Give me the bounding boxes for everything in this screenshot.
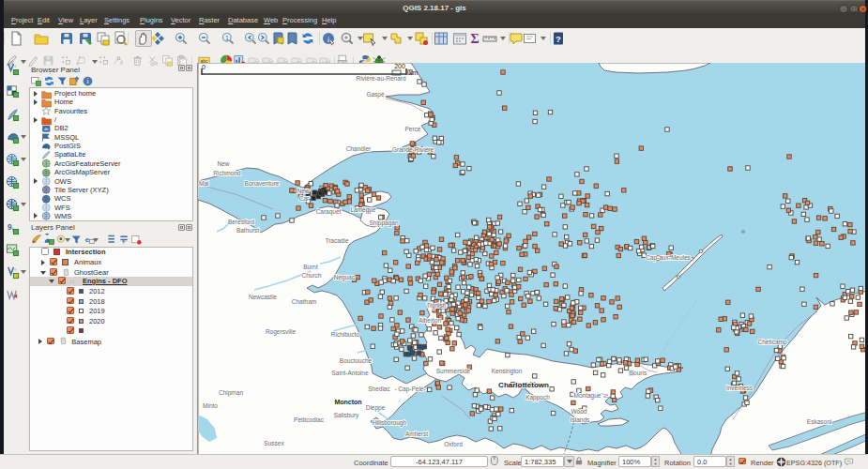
svg-text:Hillsborough: Hillsborough bbox=[373, 419, 407, 427]
svg-text:- Cap-Pelé-: - Cap-Pelé- bbox=[394, 386, 425, 393]
svg-text:New: New bbox=[217, 160, 229, 167]
svg-text:º: º bbox=[14, 65, 16, 69]
svg-text:Mal: Mal bbox=[199, 180, 209, 187]
svg-text:Newcastle: Newcastle bbox=[249, 294, 277, 300]
svg-text:Lamèque: Lamèque bbox=[350, 206, 375, 214]
svg-text:Montague: Montague bbox=[574, 392, 602, 400]
svg-text:Gaspé: Gaspé bbox=[366, 91, 385, 98]
svg-text:Chéticamp: Chéticamp bbox=[757, 339, 786, 346]
svg-text:Caraquet: Caraquet bbox=[316, 208, 342, 216]
svg-text:Chandler: Chandler bbox=[346, 145, 372, 152]
svg-text:º: º bbox=[14, 268, 16, 273]
svg-text:Salisbury: Salisbury bbox=[334, 412, 359, 419]
svg-text:Saint-Antoine: Saint-Antoine bbox=[331, 370, 368, 376]
svg-text:Richibucto: Richibucto bbox=[331, 331, 360, 338]
svg-text:Grande-Rivière: Grande-Rivière bbox=[392, 146, 434, 153]
svg-text:Kensington: Kensington bbox=[492, 368, 523, 375]
svg-text:Rogersville: Rogersville bbox=[266, 328, 297, 336]
svg-text:9,: 9, bbox=[8, 222, 14, 232]
svg-text:Minto: Minto bbox=[203, 402, 218, 409]
svg-text:Wood: Wood bbox=[571, 408, 587, 415]
svg-text:Car: Car bbox=[299, 195, 310, 202]
svg-text:km: km bbox=[409, 69, 419, 76]
svg-text:Inverness: Inverness bbox=[726, 385, 754, 391]
svg-text:Moncton: Moncton bbox=[334, 399, 361, 405]
svg-text:Alberton: Alberton bbox=[419, 317, 442, 324]
svg-text:Richmond: Richmond bbox=[213, 170, 241, 176]
svg-text:Amherst: Amherst bbox=[405, 431, 428, 437]
svg-text:Petitcodiac: Petitcodiac bbox=[294, 416, 325, 423]
svg-text:Eskasoni: Eskasoni bbox=[807, 418, 831, 425]
svg-text:Kappoch: Kappoch bbox=[525, 394, 550, 401]
svg-text:Bouctouche: Bouctouche bbox=[340, 357, 373, 364]
svg-text:Summerside: Summerside bbox=[436, 368, 471, 374]
svg-text:0: 0 bbox=[202, 64, 206, 70]
svg-text:Tignish: Tignish bbox=[427, 302, 447, 310]
svg-text:Rivière-au-Renard: Rivière-au-Renard bbox=[356, 75, 405, 82]
svg-text:Souris: Souris bbox=[630, 370, 647, 376]
svg-text:Σ: Σ bbox=[470, 32, 479, 46]
svg-text:Beresford: Beresford bbox=[228, 219, 255, 225]
svg-text:Oxford: Oxford bbox=[444, 441, 463, 447]
svg-text:e: e bbox=[85, 235, 90, 244]
svg-text:1: 1 bbox=[225, 35, 229, 41]
svg-text:Islands: Islands bbox=[571, 416, 590, 423]
svg-text:New: New bbox=[297, 188, 309, 194]
svg-text:200: 200 bbox=[394, 63, 405, 69]
svg-text:Shippagan: Shippagan bbox=[369, 219, 398, 227]
svg-text:Chipman: Chipman bbox=[219, 389, 243, 397]
svg-text:Charlottetown: Charlottetown bbox=[498, 381, 549, 389]
svg-text:Chatham: Chatham bbox=[292, 298, 316, 305]
svg-text:Church: Church bbox=[302, 272, 322, 279]
svg-text:Cap-aux-Meules: Cap-aux-Meules bbox=[646, 254, 691, 262]
svg-text:Bonaventure: Bonaventure bbox=[245, 180, 280, 187]
svg-text:Dieppe: Dieppe bbox=[366, 404, 386, 412]
svg-text:Sussex: Sussex bbox=[264, 440, 284, 446]
svg-text:Percé: Percé bbox=[405, 126, 421, 132]
svg-text:Shediac: Shediac bbox=[368, 386, 390, 392]
svg-text:i: i bbox=[86, 77, 88, 85]
svg-text:?: ? bbox=[556, 34, 561, 44]
svg-text:Burnt: Burnt bbox=[303, 264, 318, 270]
svg-text:db: db bbox=[44, 127, 49, 131]
svg-text:Neguac: Neguac bbox=[334, 274, 356, 281]
svg-text:Tracadie: Tracadie bbox=[325, 237, 348, 244]
svg-text:Bathurst: Bathurst bbox=[236, 227, 259, 234]
